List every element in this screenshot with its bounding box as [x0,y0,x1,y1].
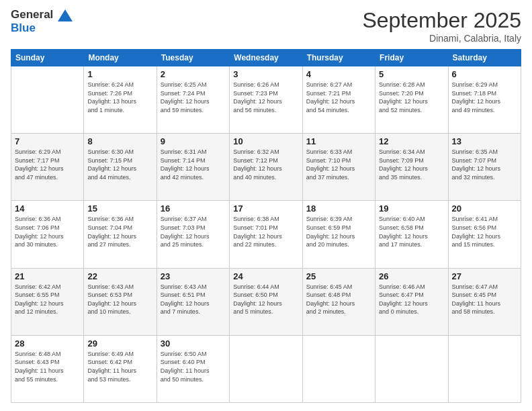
day-info: Sunrise: 6:40 AMSunset: 6:58 PMDaylight:… [379,215,444,248]
calendar-cell: 21Sunrise: 6:42 AMSunset: 6:55 PMDayligh… [11,268,84,335]
calendar-cell: 17Sunrise: 6:38 AMSunset: 7:01 PMDayligh… [230,201,302,268]
calendar-cell: 7Sunrise: 6:29 AMSunset: 7:17 PMDaylight… [11,134,84,201]
day-info: Sunrise: 6:36 AMSunset: 7:06 PMDaylight:… [15,215,80,248]
weekday-header: Monday [84,50,157,66]
calendar-cell: 9Sunrise: 6:31 AMSunset: 7:14 PMDaylight… [157,134,229,201]
day-info: Sunrise: 6:28 AMSunset: 7:20 PMDaylight:… [379,81,444,114]
weekday-header: Friday [375,50,448,66]
weekday-header: Tuesday [157,50,229,66]
day-number: 3 [233,69,298,79]
day-info: Sunrise: 6:43 AMSunset: 6:53 PMDaylight:… [87,283,152,316]
calendar-cell: 8Sunrise: 6:30 AMSunset: 7:15 PMDaylight… [84,134,157,201]
day-number: 28 [15,338,80,349]
calendar-cell: 11Sunrise: 6:33 AMSunset: 7:10 PMDayligh… [302,134,375,201]
logo-content: General Blue [11,8,73,34]
calendar-week-row: 28Sunrise: 6:48 AMSunset: 6:43 PMDayligh… [11,335,521,402]
day-number: 20 [452,203,517,214]
calendar-cell [11,66,84,134]
calendar-cell: 25Sunrise: 6:45 AMSunset: 6:48 PMDayligh… [302,268,375,335]
day-number: 17 [233,203,298,214]
day-number: 7 [15,136,80,146]
calendar-cell: 10Sunrise: 6:32 AMSunset: 7:12 PMDayligh… [230,134,302,201]
calendar-cell: 16Sunrise: 6:37 AMSunset: 7:03 PMDayligh… [157,201,229,268]
day-number: 26 [379,271,444,281]
weekday-header: Sunday [11,50,84,66]
calendar-cell: 1Sunrise: 6:24 AMSunset: 7:26 PMDaylight… [84,66,157,134]
weekday-header: Wednesday [230,50,302,66]
day-info: Sunrise: 6:50 AMSunset: 6:40 PMDaylight:… [161,350,226,383]
day-info: Sunrise: 6:41 AMSunset: 6:56 PMDaylight:… [452,215,517,248]
day-number: 6 [452,69,517,79]
calendar-cell: 13Sunrise: 6:35 AMSunset: 7:07 PMDayligh… [448,134,521,201]
day-info: Sunrise: 6:39 AMSunset: 6:59 PMDaylight:… [306,215,371,248]
svg-marker-0 [58,9,73,21]
calendar-cell: 23Sunrise: 6:43 AMSunset: 6:51 PMDayligh… [157,268,229,335]
day-info: Sunrise: 6:36 AMSunset: 7:04 PMDaylight:… [87,215,152,248]
calendar-cell: 22Sunrise: 6:43 AMSunset: 6:53 PMDayligh… [84,268,157,335]
calendar-week-row: 7Sunrise: 6:29 AMSunset: 7:17 PMDaylight… [11,134,521,201]
calendar-cell [230,335,302,402]
month-title: September 2025 [362,8,521,33]
day-info: Sunrise: 6:37 AMSunset: 7:03 PMDaylight:… [161,215,226,248]
calendar-header-row: SundayMondayTuesdayWednesdayThursdayFrid… [11,50,521,66]
calendar-cell: 15Sunrise: 6:36 AMSunset: 7:04 PMDayligh… [84,201,157,268]
day-number: 10 [233,136,298,146]
day-info: Sunrise: 6:25 AMSunset: 7:24 PMDaylight:… [161,81,226,114]
day-number: 14 [15,203,80,214]
title-section: September 2025 Dinami, Calabria, Italy [362,8,521,44]
calendar-week-row: 21Sunrise: 6:42 AMSunset: 6:55 PMDayligh… [11,268,521,335]
calendar-cell [448,335,521,402]
day-number: 4 [306,69,371,79]
day-number: 8 [87,136,152,146]
day-number: 9 [161,136,226,146]
day-number: 19 [379,203,444,214]
calendar-cell: 5Sunrise: 6:28 AMSunset: 7:20 PMDaylight… [375,66,448,134]
calendar-cell [375,335,448,402]
day-info: Sunrise: 6:42 AMSunset: 6:55 PMDaylight:… [15,283,80,316]
day-number: 25 [306,271,371,281]
day-info: Sunrise: 6:27 AMSunset: 7:21 PMDaylight:… [306,81,371,114]
calendar-cell: 19Sunrise: 6:40 AMSunset: 6:58 PMDayligh… [375,201,448,268]
day-info: Sunrise: 6:29 AMSunset: 7:18 PMDaylight:… [452,81,517,114]
day-number: 21 [15,271,80,281]
calendar-cell: 3Sunrise: 6:26 AMSunset: 7:23 PMDaylight… [230,66,302,134]
weekday-header: Saturday [448,50,521,66]
calendar-table: SundayMondayTuesdayWednesdayThursdayFrid… [11,49,521,403]
calendar-cell: 6Sunrise: 6:29 AMSunset: 7:18 PMDaylight… [448,66,521,134]
day-number: 18 [306,203,371,214]
calendar-cell: 18Sunrise: 6:39 AMSunset: 6:59 PMDayligh… [302,201,375,268]
calendar-cell: 12Sunrise: 6:34 AMSunset: 7:09 PMDayligh… [375,134,448,201]
day-info: Sunrise: 6:48 AMSunset: 6:43 PMDaylight:… [15,350,80,383]
day-info: Sunrise: 6:47 AMSunset: 6:45 PMDaylight:… [452,283,517,316]
calendar-cell: 28Sunrise: 6:48 AMSunset: 6:43 PMDayligh… [11,335,84,402]
day-number: 1 [87,69,152,79]
day-number: 15 [87,203,152,214]
day-number: 11 [306,136,371,146]
day-number: 12 [379,136,444,146]
day-number: 5 [379,69,444,79]
day-info: Sunrise: 6:31 AMSunset: 7:14 PMDaylight:… [161,148,226,181]
day-info: Sunrise: 6:33 AMSunset: 7:10 PMDaylight:… [306,148,371,181]
day-info: Sunrise: 6:46 AMSunset: 6:47 PMDaylight:… [379,283,444,316]
calendar-cell: 14Sunrise: 6:36 AMSunset: 7:06 PMDayligh… [11,201,84,268]
day-info: Sunrise: 6:34 AMSunset: 7:09 PMDaylight:… [379,148,444,181]
logo-icon [58,9,73,21]
day-number: 27 [452,271,517,281]
day-info: Sunrise: 6:38 AMSunset: 7:01 PMDaylight:… [233,215,298,248]
day-number: 30 [161,338,226,349]
calendar-cell: 24Sunrise: 6:44 AMSunset: 6:50 PMDayligh… [230,268,302,335]
weekday-header: Thursday [302,50,375,66]
header: General Blue September 2025 Dinami, Cala… [11,8,521,44]
day-number: 16 [161,203,226,214]
day-number: 29 [87,338,152,349]
calendar-cell [302,335,375,402]
day-info: Sunrise: 6:30 AMSunset: 7:15 PMDaylight:… [87,148,152,181]
logo-line2: Blue [11,21,73,35]
day-info: Sunrise: 6:35 AMSunset: 7:07 PMDaylight:… [452,148,517,181]
calendar-week-row: 14Sunrise: 6:36 AMSunset: 7:06 PMDayligh… [11,201,521,268]
logo-line1: General [11,8,73,21]
day-number: 22 [87,271,152,281]
day-number: 2 [161,69,226,79]
logo: General Blue [11,8,73,34]
day-info: Sunrise: 6:49 AMSunset: 6:42 PMDaylight:… [87,350,152,383]
